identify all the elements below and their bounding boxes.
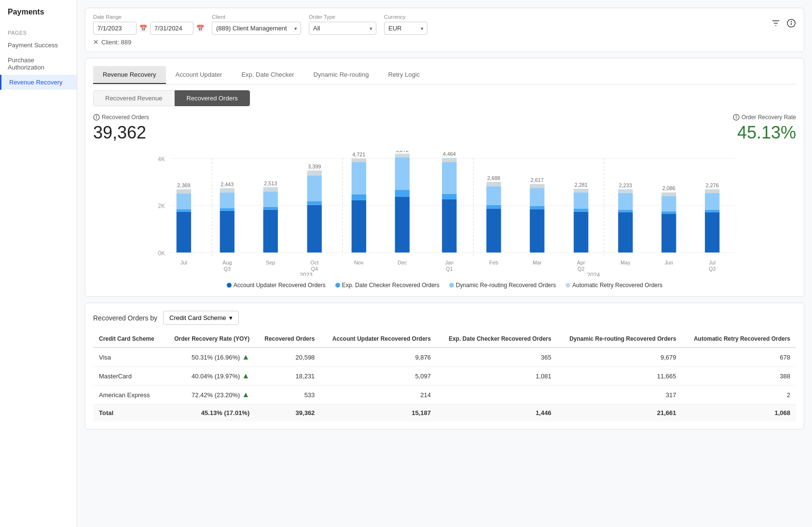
stats-row: Recovered Orders 39,362 Order Recovery R…: [93, 114, 796, 143]
info-icon-rate: [733, 114, 740, 121]
cell-exp-mc: 1,081: [437, 367, 557, 386]
svg-text:4,464: 4,464: [443, 151, 456, 157]
svg-text:2023: 2023: [300, 272, 313, 276]
svg-text:2,369: 2,369: [177, 182, 190, 188]
table-row: Visa 50.31% (16.96%) ▲ 20,598 9,876 365 …: [93, 347, 796, 367]
svg-rect-57: [442, 199, 456, 253]
svg-rect-54: [395, 154, 410, 158]
cell-exp-visa: 365: [437, 347, 557, 367]
col-scheme: Credit Card Scheme: [93, 331, 164, 347]
cell-au-visa: 9,876: [320, 347, 437, 367]
info-icon-btn[interactable]: [786, 18, 796, 30]
svg-text:5,272: 5,272: [396, 151, 409, 153]
svg-text:2,086: 2,086: [662, 185, 675, 191]
cell-rate-mc: 40.04% (19.97%) ▲: [164, 367, 255, 386]
trend-up-icon-mc: ▲: [242, 372, 249, 380]
svg-text:Q2: Q2: [578, 266, 584, 272]
table-section: Recovered Orders by Credit Card Scheme ▾…: [85, 303, 804, 430]
date-to-input[interactable]: [150, 22, 193, 35]
tab-revenue-recovery[interactable]: Revenue Recovery: [93, 66, 166, 84]
svg-text:2,276: 2,276: [706, 182, 719, 188]
table-row: American Express 72.42% (23.20%) ▲ 533 2…: [93, 386, 796, 404]
cell-ar-visa: 678: [682, 347, 796, 367]
client-tag-label: Client: 889: [101, 39, 131, 46]
svg-text:Feb: Feb: [489, 260, 498, 265]
svg-rect-38: [307, 205, 322, 253]
table-header-label: Recovered Orders by: [93, 314, 157, 322]
svg-rect-40: [307, 176, 322, 201]
cell-rate-total: 45.13% (17.01%): [164, 404, 255, 422]
tab-retry-logic[interactable]: Retry Logic: [378, 66, 429, 84]
svg-rect-98: [705, 189, 719, 193]
cell-orders-amex: 533: [255, 386, 320, 404]
calendar-icon-to[interactable]: 📅: [196, 25, 204, 32]
tab-account-updater[interactable]: Account Updater: [166, 66, 232, 84]
cell-rate-amex: 72.42% (23.20%) ▲: [164, 386, 255, 404]
svg-text:Dec: Dec: [398, 260, 407, 265]
client-select[interactable]: (889) Client Management: [212, 22, 301, 35]
svg-text:3,399: 3,399: [308, 164, 321, 169]
svg-rect-58: [442, 194, 456, 199]
legend-label-dynamic: Dynamic Re-routing Recovered Orders: [456, 282, 556, 289]
sidebar-section-label: Pages: [0, 26, 77, 38]
cell-rate-value-visa: 50.31% (16.96%): [192, 354, 240, 361]
filter-icon-btn[interactable]: [771, 18, 781, 30]
cell-rate-value-mc: 40.04% (19.97%): [192, 373, 240, 380]
legend-exp-date: Exp. Date Checker Recovered Orders: [335, 282, 440, 289]
client-filter-label: Client: [212, 14, 301, 20]
table-scheme-dropdown[interactable]: Credit Card Scheme ▾: [163, 311, 239, 325]
svg-text:0K: 0K: [158, 250, 165, 257]
svg-rect-19: [177, 212, 191, 253]
sidebar-item-purchase-authorization[interactable]: Purchase Authorization: [0, 53, 77, 75]
svg-rect-35: [263, 187, 278, 192]
date-range-label: Date Range: [93, 14, 204, 20]
trend-up-icon-amex: ▲: [242, 390, 249, 399]
recovered-orders-stat: Recovered Orders 39,362: [93, 114, 149, 143]
client-tag: ✕ Client: 889: [93, 39, 796, 46]
svg-text:Q3: Q3: [224, 266, 231, 272]
cell-scheme-amex: American Express: [93, 386, 164, 404]
remove-client-tag[interactable]: ✕: [93, 39, 98, 46]
cell-scheme-mc: MasterCard: [93, 367, 164, 386]
main-content: Date Range 📅 📅 Client (889) Client Manag…: [77, 0, 812, 527]
cell-dyn-amex: 317: [557, 386, 682, 404]
sub-tabs: Recovered Revenue Recovered Orders: [93, 90, 796, 106]
sub-tab-recovered-revenue[interactable]: Recovered Revenue: [93, 90, 175, 106]
bar-chart: 4K 2K 0K: [93, 151, 796, 276]
svg-text:2,617: 2,617: [531, 177, 544, 183]
svg-text:4,721: 4,721: [352, 152, 365, 157]
svg-text:2,233: 2,233: [619, 182, 632, 188]
table-total-row: Total 45.13% (17.01%) 39,362 15,187 1,44…: [93, 404, 796, 422]
date-from-input[interactable]: [93, 22, 137, 35]
cell-exp-total: 1,446: [437, 404, 557, 422]
date-range-filter: Date Range 📅 📅: [93, 14, 204, 35]
svg-text:May: May: [620, 260, 631, 265]
svg-rect-21: [177, 194, 191, 209]
currency-select[interactable]: EUR: [384, 22, 427, 35]
svg-rect-26: [220, 208, 234, 210]
svg-text:2024: 2024: [587, 272, 600, 276]
cell-ar-total: 1,068: [682, 404, 796, 422]
legend-dot-dynamic: [449, 283, 454, 288]
svg-text:Jul: Jul: [709, 260, 716, 265]
cell-orders-mc: 18,231: [255, 367, 320, 386]
order-type-select[interactable]: All: [309, 22, 376, 35]
legend-label-exp-date: Exp. Date Checker Recovered Orders: [342, 282, 440, 289]
sidebar-item-revenue-recovery[interactable]: Revenue Recovery: [0, 75, 77, 90]
svg-rect-27: [220, 193, 234, 208]
svg-rect-92: [661, 193, 676, 196]
sub-tab-recovered-orders[interactable]: Recovered Orders: [175, 90, 250, 106]
sidebar-item-payment-success[interactable]: Payment Success: [0, 38, 77, 53]
svg-rect-97: [705, 193, 719, 210]
calendar-icon-from[interactable]: 📅: [139, 25, 147, 32]
cell-scheme-total: Total: [93, 404, 164, 422]
cell-dyn-total: 21,661: [557, 404, 682, 422]
tab-dynamic-rerouting[interactable]: Dynamic Re-routing: [304, 66, 379, 84]
svg-text:2K: 2K: [158, 203, 165, 209]
legend-dot-exp-date: [335, 283, 340, 288]
svg-text:Aug: Aug: [222, 260, 232, 265]
chart-svg: 4K 2K 0K: [93, 151, 796, 276]
svg-text:Oct: Oct: [310, 260, 318, 265]
tab-exp-date-checker[interactable]: Exp. Date Checker: [232, 66, 303, 84]
svg-rect-89: [661, 214, 676, 252]
